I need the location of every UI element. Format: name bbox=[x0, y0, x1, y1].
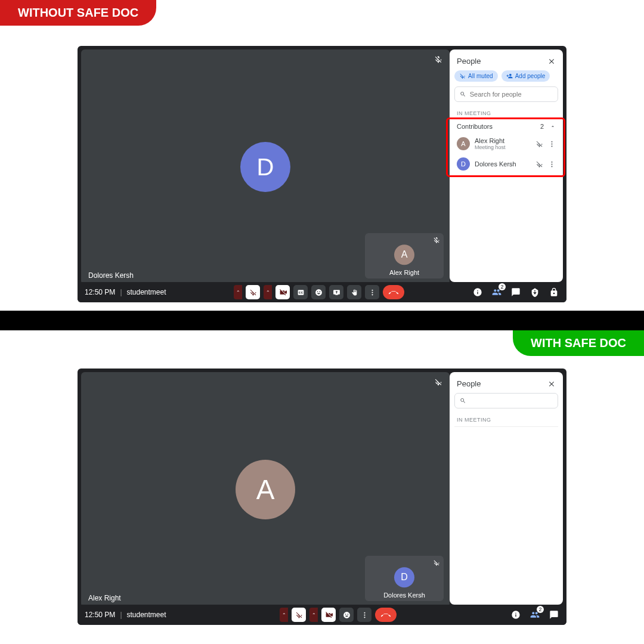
meeting-code: studentmeet bbox=[127, 288, 166, 296]
main-avatar: A bbox=[236, 460, 295, 519]
captions-button[interactable] bbox=[293, 285, 308, 299]
more-icon[interactable] bbox=[548, 140, 556, 148]
activities-icon[interactable] bbox=[530, 287, 540, 298]
person-row: D Dolores Kersh bbox=[454, 154, 558, 174]
main-avatar: D bbox=[240, 142, 290, 192]
svg-point-1 bbox=[551, 143, 552, 144]
people-count-badge: 2 bbox=[537, 606, 544, 613]
reactions-button[interactable] bbox=[311, 285, 326, 299]
svg-point-10 bbox=[364, 614, 365, 615]
self-video-tile[interactable]: A Alex Right bbox=[365, 233, 444, 278]
info-icon[interactable] bbox=[510, 609, 521, 620]
bottom-bar: 12:50 PM | studentmeet ⌃ ⌃ 2 bbox=[78, 282, 566, 302]
person-avatar: D bbox=[457, 157, 470, 171]
host-controls-icon[interactable] bbox=[549, 287, 559, 298]
self-video-tile[interactable]: D Dolores Kersh bbox=[365, 556, 444, 601]
svg-point-8 bbox=[371, 294, 373, 295]
main-video-tile[interactable]: A Alex Right D Dolores Kersh bbox=[81, 372, 450, 607]
end-call-button[interactable] bbox=[375, 608, 397, 622]
meeting-code: studentmeet bbox=[127, 611, 166, 619]
mic-options-chevron[interactable]: ⌃ bbox=[280, 608, 288, 622]
svg-point-0 bbox=[551, 141, 552, 142]
with-badge: WITH SAFE DOC bbox=[513, 330, 644, 356]
chevron-up-icon bbox=[550, 123, 556, 129]
cam-options-chevron[interactable]: ⌃ bbox=[309, 608, 318, 622]
more-icon[interactable] bbox=[548, 160, 556, 168]
separator: | bbox=[120, 288, 122, 296]
meet-window-without: D Dolores Kersh A Alex Right People All … bbox=[78, 46, 566, 302]
all-muted-chip[interactable]: All muted bbox=[454, 70, 498, 82]
muted-icon bbox=[434, 55, 442, 64]
people-panel: People IN MEETING bbox=[450, 372, 563, 605]
self-avatar: D bbox=[394, 567, 414, 587]
close-icon[interactable] bbox=[547, 57, 556, 66]
person-name: Alex Right bbox=[475, 137, 531, 144]
panel-title: People bbox=[457, 57, 481, 66]
search-box[interactable] bbox=[454, 393, 558, 408]
panel-title: People bbox=[457, 379, 481, 388]
more-button[interactable] bbox=[365, 285, 379, 299]
main-name-label: Alex Right bbox=[88, 594, 121, 602]
without-badge: WITHOUT SAFE DOC bbox=[0, 0, 156, 26]
camera-button[interactable] bbox=[275, 285, 290, 299]
muted-icon bbox=[433, 559, 440, 566]
chat-icon[interactable] bbox=[549, 609, 559, 620]
chip-label: Add people bbox=[515, 73, 546, 79]
svg-point-11 bbox=[364, 617, 365, 618]
self-avatar: A bbox=[394, 244, 414, 265]
person-name: Dolores Kersh bbox=[475, 160, 531, 168]
end-call-button[interactable] bbox=[383, 285, 404, 299]
person-row: A Alex Right Meeting host bbox=[454, 134, 558, 154]
mic-button[interactable] bbox=[246, 285, 260, 299]
search-icon bbox=[460, 91, 466, 98]
clock-time: 12:50 PM bbox=[85, 611, 115, 619]
search-input[interactable] bbox=[470, 397, 553, 404]
close-icon[interactable] bbox=[547, 380, 556, 388]
self-name-label: Alex Right bbox=[365, 269, 444, 276]
search-box[interactable] bbox=[454, 86, 558, 102]
person-avatar: A bbox=[457, 137, 470, 150]
svg-point-7 bbox=[371, 292, 373, 293]
mic-button[interactable] bbox=[292, 608, 306, 622]
muted-icon[interactable] bbox=[535, 140, 543, 148]
add-people-chip[interactable]: Add people bbox=[501, 70, 550, 82]
contributors-row[interactable]: Contributors 2 bbox=[454, 119, 558, 134]
people-icon[interactable]: 2 bbox=[530, 609, 540, 620]
chat-icon[interactable] bbox=[510, 287, 521, 298]
section-label: IN MEETING bbox=[454, 414, 558, 427]
more-button[interactable] bbox=[357, 608, 371, 622]
svg-point-3 bbox=[551, 161, 552, 162]
section-label: IN MEETING bbox=[454, 108, 558, 119]
chip-label: All muted bbox=[468, 73, 493, 79]
people-panel: People All muted Add people IN MEETING C… bbox=[450, 49, 563, 282]
search-icon bbox=[460, 397, 466, 404]
meet-window-with: A Alex Right D Dolores Kersh People IN M… bbox=[78, 369, 566, 625]
raise-hand-button[interactable] bbox=[347, 285, 361, 299]
svg-point-5 bbox=[551, 166, 552, 167]
svg-point-6 bbox=[371, 289, 373, 290]
svg-point-4 bbox=[551, 163, 552, 165]
clock-time: 12:50 PM bbox=[85, 288, 115, 296]
svg-point-2 bbox=[551, 145, 552, 147]
self-name-label: Dolores Kersh bbox=[365, 592, 444, 599]
muted-icon bbox=[434, 378, 442, 386]
cam-options-chevron[interactable]: ⌃ bbox=[264, 285, 272, 299]
muted-icon bbox=[433, 237, 440, 244]
separator: | bbox=[120, 611, 122, 619]
people-count-badge: 2 bbox=[499, 283, 506, 290]
info-icon[interactable] bbox=[472, 287, 483, 298]
main-name-label: Dolores Kersh bbox=[88, 271, 134, 280]
mic-options-chevron[interactable]: ⌃ bbox=[234, 285, 242, 299]
camera-button[interactable] bbox=[321, 608, 336, 622]
divider-band bbox=[0, 311, 644, 330]
main-video-tile[interactable]: D Dolores Kersh A Alex Right bbox=[81, 49, 450, 284]
contributors-label: Contributors bbox=[457, 123, 493, 130]
svg-point-9 bbox=[364, 612, 365, 613]
present-button[interactable] bbox=[329, 285, 343, 299]
person-sub: Meeting host bbox=[475, 144, 531, 150]
people-icon[interactable]: 2 bbox=[491, 287, 502, 298]
contributors-count: 2 bbox=[540, 123, 544, 130]
muted-icon[interactable] bbox=[535, 160, 543, 168]
search-input[interactable] bbox=[470, 91, 553, 98]
reactions-button[interactable] bbox=[339, 608, 354, 622]
